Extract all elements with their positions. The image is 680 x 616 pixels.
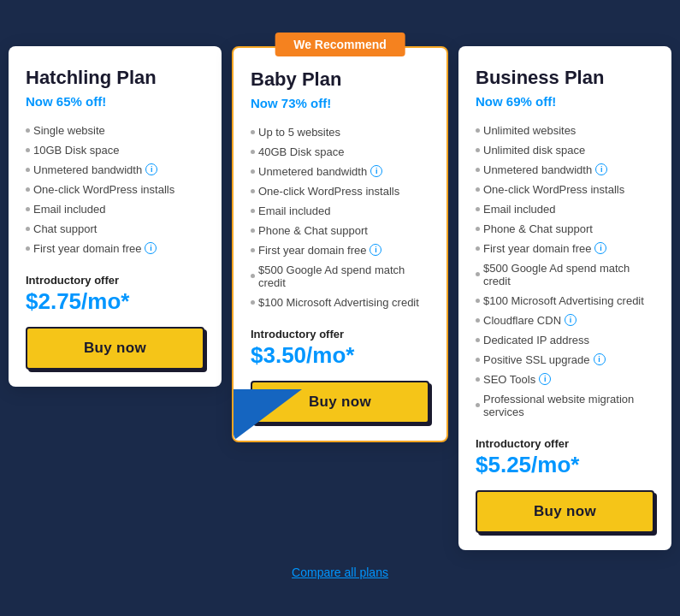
list-item: Professional website migration services (476, 389, 654, 422)
list-item: First year domain freei (26, 239, 204, 258)
list-item: Positive SSL upgradei (476, 350, 654, 370)
list-item: Unmetered bandwidthi (26, 160, 204, 180)
price-hatchling: $2.75/mo* (26, 288, 204, 315)
discount-label-business: Now 69% off! (476, 94, 654, 109)
list-item: Single website (26, 121, 204, 140)
info-icon[interactable]: i (539, 373, 551, 385)
list-item: Unmetered bandwidthi (476, 160, 654, 180)
info-icon[interactable]: i (145, 242, 157, 254)
list-item: Chat support (26, 219, 204, 239)
info-icon[interactable]: i (145, 163, 157, 175)
list-item: First year domain freei (476, 239, 654, 258)
plan-name-business: Business Plan (476, 67, 654, 89)
info-icon[interactable]: i (595, 163, 607, 175)
list-item: Email included (476, 199, 654, 219)
list-item: Email included (26, 199, 204, 219)
buy-button-hatchling[interactable]: Buy now (26, 327, 204, 370)
list-item: Phone & Chat support (251, 221, 429, 240)
list-item: Phone & Chat support (476, 219, 654, 239)
features-list-baby: Up to 5 websites40GB Disk spaceUnmetered… (251, 122, 429, 312)
recommend-badge: We Recommend (275, 33, 405, 56)
list-item: One-click WordPress installs (251, 181, 429, 201)
plan-card-baby: We RecommendBaby PlanNow 73% off!Up to 5… (232, 46, 448, 442)
list-item: Unmetered bandwidthi (251, 162, 429, 181)
list-item: Cloudflare CDNi (476, 311, 654, 330)
list-item: Dedicated IP address (476, 330, 654, 350)
compare-link[interactable]: Compare all plans (292, 566, 388, 579)
intro-label-business: Introductory offer (476, 437, 654, 450)
decorative-triangle (234, 389, 302, 441)
list-item: One-click WordPress installs (26, 180, 204, 199)
info-icon[interactable]: i (370, 165, 382, 177)
plans-wrapper: Hatchling PlanNow 65% off!Single website… (9, 46, 671, 550)
buy-button-business[interactable]: Buy now (476, 490, 654, 533)
plan-card-hatchling: Hatchling PlanNow 65% off!Single website… (9, 46, 222, 387)
list-item: Unlimited disk space (476, 140, 654, 160)
list-item: 10GB Disk space (26, 140, 204, 160)
plan-name-baby: Baby Plan (251, 68, 429, 91)
list-item: One-click WordPress installs (476, 180, 654, 199)
list-item: First year domain freei (251, 240, 429, 260)
list-item: SEO Toolsi (476, 370, 654, 389)
list-item: $500 Google Ad spend match credit (251, 260, 429, 293)
plan-card-business: Business PlanNow 69% off!Unlimited websi… (458, 46, 671, 550)
list-item: Unlimited websites (476, 121, 654, 140)
features-list-business: Unlimited websitesUnlimited disk spaceUn… (476, 121, 654, 422)
list-item: 40GB Disk space (251, 142, 429, 162)
info-icon[interactable]: i (594, 353, 606, 365)
list-item: $500 Google Ad spend match credit (476, 258, 654, 291)
plan-name-hatchling: Hatchling Plan (26, 67, 204, 89)
price-business: $5.25/mo* (476, 452, 654, 478)
price-baby: $3.50/mo* (251, 342, 429, 369)
intro-label-baby: Introductory offer (251, 328, 429, 341)
intro-label-hatchling: Introductory offer (26, 274, 204, 287)
info-icon[interactable]: i (370, 244, 381, 256)
info-icon[interactable]: i (594, 242, 606, 254)
list-item: $100 Microsoft Advertising credit (251, 293, 429, 312)
list-item: Email included (251, 201, 429, 221)
info-icon[interactable]: i (565, 314, 577, 326)
list-item: Up to 5 websites (251, 122, 429, 142)
features-list-hatchling: Single website10GB Disk spaceUnmetered b… (26, 121, 204, 258)
list-item: $100 Microsoft Advertising credit (476, 291, 654, 311)
discount-label-baby: Now 73% off! (251, 96, 429, 110)
discount-label-hatchling: Now 65% off! (26, 94, 204, 109)
